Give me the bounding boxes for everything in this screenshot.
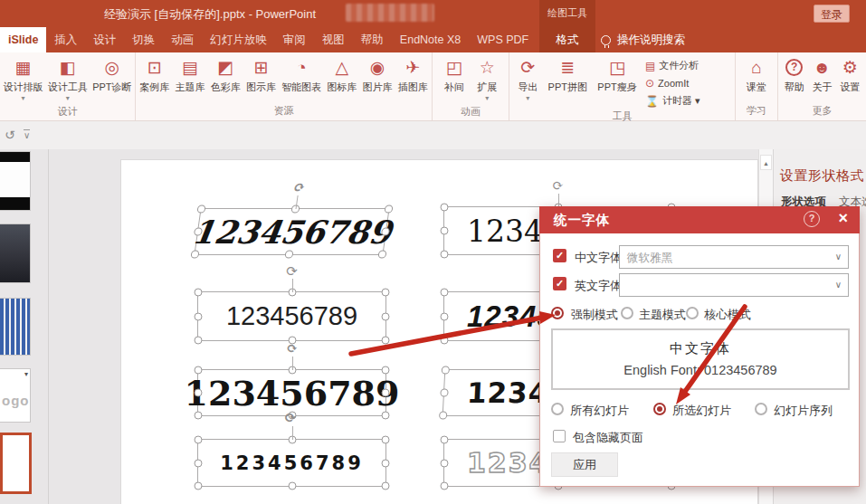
help-button[interactable]: ? 帮助	[783, 55, 806, 95]
chinese-font-select[interactable]: 微软雅黑 ∨	[619, 245, 849, 269]
selection-handle[interactable]	[195, 482, 203, 490]
selection-handle[interactable]	[441, 482, 449, 490]
rotate-handle-icon[interactable]: ⟳	[291, 181, 305, 195]
extension-button[interactable]: ☆ 扩展 ▾	[475, 55, 499, 103]
settings-button[interactable]: ⚙ 设置	[838, 55, 861, 95]
dialog-header[interactable]: 统一字体 ? ×	[539, 206, 860, 233]
selection-handle[interactable]	[441, 459, 449, 467]
selection-handle[interactable]	[196, 205, 205, 214]
undo-icon[interactable]: ↺	[5, 128, 15, 142]
scroll-up-arrow[interactable]: ▲	[760, 155, 772, 170]
selection-handle[interactable]	[382, 366, 390, 375]
smart-chart-button[interactable]: ◔ 智能图表	[280, 55, 323, 95]
rotate-handle-icon[interactable]: ⟳	[552, 179, 564, 193]
selection-handle[interactable]	[195, 289, 203, 297]
classroom-button[interactable]: ⌂ 课堂	[745, 55, 768, 95]
tab-endnote[interactable]: EndNote X8	[392, 27, 469, 52]
export-button[interactable]: ⟳ 导出 ▾	[516, 55, 539, 103]
rotate-handle-icon[interactable]: ⟳	[285, 412, 300, 425]
selection-handle[interactable]	[382, 412, 390, 420]
slide-range-radio[interactable]	[755, 403, 767, 415]
thumbnail-pane-divider[interactable]	[48, 149, 49, 504]
about-button[interactable]: ☻ 关于	[811, 55, 834, 95]
slide-thumbnail-5-selected[interactable]	[0, 433, 32, 494]
tab-view[interactable]: 视图	[314, 27, 353, 52]
force-mode-radio[interactable]	[551, 307, 564, 319]
slide-thumbnail-1[interactable]	[0, 152, 30, 210]
theme-mode-radio[interactable]	[621, 307, 633, 319]
selection-handle[interactable]	[442, 366, 450, 375]
selection-handle[interactable]	[195, 312, 203, 320]
ppt-diagnose-button[interactable]: ◎ PPT诊断	[90, 55, 133, 95]
slide-thumbnail-3[interactable]	[0, 299, 30, 355]
english-font-checkbox[interactable]: ✓	[553, 277, 566, 290]
tab-islide[interactable]: iSlide	[0, 27, 46, 52]
selection-handle[interactable]	[441, 289, 449, 297]
selection-handle[interactable]	[440, 389, 448, 397]
selection-handle[interactable]	[195, 337, 203, 345]
core-mode-radio[interactable]	[686, 307, 699, 319]
close-icon[interactable]: ×	[838, 209, 848, 228]
login-button[interactable]: 登录	[814, 5, 850, 23]
textbox-round-numbers[interactable]: 123456789⟳	[197, 439, 386, 487]
picture-library-button[interactable]: ◉ 图片库	[361, 55, 395, 95]
tell-me-search[interactable]: 操作说明搜索	[601, 27, 685, 52]
diagram-library-button[interactable]: ⊞ 图示库	[244, 55, 278, 95]
include-hidden-checkbox[interactable]	[553, 430, 566, 442]
selection-handle[interactable]	[441, 436, 449, 444]
textbox-sans-numbers[interactable]: 123456789⟳	[197, 291, 386, 341]
tab-help[interactable]: 帮助	[353, 27, 392, 52]
selection-handle[interactable]	[195, 436, 203, 444]
apply-button[interactable]: 应用	[551, 452, 618, 477]
rotate-handle-icon[interactable]: ⟳	[286, 342, 298, 356]
tab-insert[interactable]: 插入	[46, 27, 85, 52]
timer-button[interactable]: ⌛ 计时器 ▾	[645, 94, 700, 108]
help-icon[interactable]: ?	[804, 211, 820, 227]
selection-handle[interactable]	[441, 251, 449, 259]
selection-handle[interactable]	[382, 289, 390, 297]
slide-thumbnail-2[interactable]	[0, 224, 30, 282]
selection-handle[interactable]	[382, 436, 390, 444]
design-tools-button[interactable]: ◧ 设计工具 ▾	[46, 55, 90, 103]
illustration-library-button[interactable]: ✈ 插图库	[396, 55, 430, 95]
selection-handle[interactable]	[195, 389, 203, 397]
rotate-handle-icon[interactable]: ⟳	[286, 264, 298, 278]
chinese-font-checkbox[interactable]: ✓	[553, 249, 566, 262]
selection-handle[interactable]	[441, 337, 449, 345]
tab-design[interactable]: 设计	[85, 27, 124, 52]
tween-button[interactable]: ◰ 补间	[443, 55, 466, 95]
tab-slideshow[interactable]: 幻灯片放映	[202, 27, 275, 52]
selection-handle[interactable]	[382, 459, 390, 467]
design-layout-button[interactable]: ▦ 设计排版 ▾	[1, 55, 44, 103]
english-font-select[interactable]: ∨	[619, 273, 849, 297]
selection-handle[interactable]	[441, 312, 449, 320]
selection-handle[interactable]	[382, 389, 390, 397]
selection-handle[interactable]	[382, 482, 390, 490]
selected-slides-radio[interactable]	[653, 403, 666, 415]
all-slides-radio[interactable]	[551, 403, 564, 415]
ppt-merge-button[interactable]: ≣ PPT拼图	[547, 55, 589, 95]
ppt-slim-button[interactable]: ◳ PPT瘦身	[595, 55, 638, 95]
zoomit-button[interactable]: ⊙ ZoomIt	[645, 77, 700, 90]
textbox-script-numbers[interactable]: 123456789⟳	[194, 208, 389, 255]
color-library-button[interactable]: ◩ 色彩库	[209, 55, 243, 95]
icon-library-button[interactable]: △ 图标库	[325, 55, 358, 95]
tab-format[interactable]: 格式	[539, 27, 595, 52]
selection-handle[interactable]	[441, 227, 449, 235]
tab-animation[interactable]: 动画	[163, 27, 202, 52]
tab-review[interactable]: 审阅	[275, 27, 314, 52]
collapse-ribbon-icon[interactable]: ∨	[24, 129, 30, 140]
selection-handle[interactable]	[288, 482, 296, 490]
tab-transition[interactable]: 切换	[124, 27, 163, 52]
selection-handle[interactable]	[441, 204, 449, 212]
slide-thumbnail-4[interactable]: ogo ▾	[0, 369, 30, 422]
selection-handle[interactable]	[195, 459, 203, 467]
selection-handle[interactable]	[195, 412, 203, 420]
case-library-button[interactable]: ⊡ 案例库	[138, 55, 171, 95]
selection-handle[interactable]	[195, 366, 203, 375]
file-analysis-button[interactable]: ▤ 文件分析	[645, 59, 700, 72]
theme-library-button[interactable]: ▤ 主题库	[173, 55, 206, 95]
selection-handle[interactable]	[382, 312, 390, 320]
selection-handle[interactable]	[382, 337, 390, 345]
tab-wps-pdf[interactable]: WPS PDF	[469, 27, 537, 52]
